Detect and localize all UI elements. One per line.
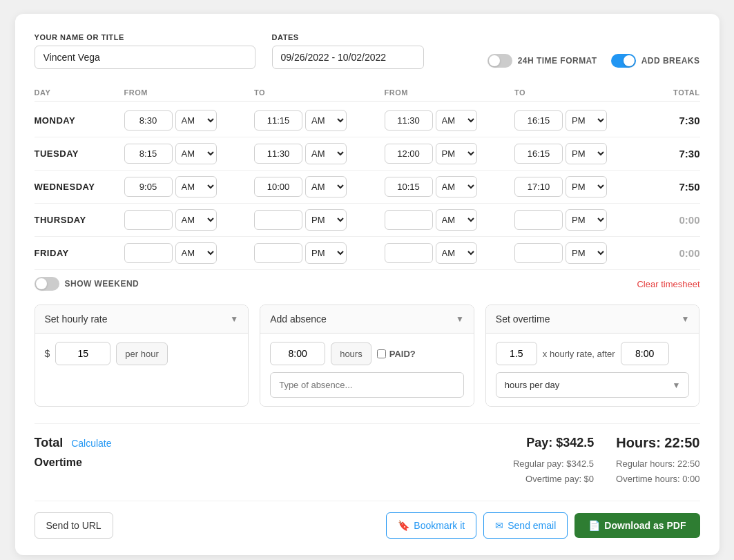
- breaks-toggle[interactable]: [611, 54, 636, 68]
- pay-details-col: Regular pay: $342.5 Overtime pay: $0: [513, 456, 594, 487]
- to2-input-4[interactable]: [514, 243, 563, 263]
- type-of-absence-input[interactable]: [270, 372, 464, 398]
- to2-input-3[interactable]: [514, 210, 563, 230]
- 24h-toggle[interactable]: [487, 54, 512, 68]
- download-pdf-button[interactable]: 📄 Download as PDF: [574, 513, 699, 538]
- absence-hours-input[interactable]: [270, 342, 325, 365]
- weekend-toggle-label: SHOW WEEKEND: [65, 279, 139, 289]
- weekend-toggle-group[interactable]: SHOW WEEKEND: [35, 277, 139, 291]
- pay-total: Pay: $342.5: [526, 436, 594, 450]
- absence-body: hours PAID?: [260, 334, 474, 406]
- to2-cell-1: AM PM: [514, 143, 645, 164]
- from2-input-0[interactable]: [385, 110, 433, 131]
- to2-cell-4: AM PM: [514, 242, 645, 264]
- ot-multiplier-input[interactable]: [496, 342, 537, 365]
- clear-timesheet-link[interactable]: Clear timesheet: [637, 279, 699, 289]
- send-url-button[interactable]: Send to URL: [35, 512, 113, 539]
- to2-input-2[interactable]: [514, 177, 563, 197]
- from1-input-4[interactable]: [124, 243, 173, 263]
- to2-ampm-4[interactable]: AM PM: [566, 242, 607, 264]
- footer-right: 🔖 Bookmark it ✉ Send email 📄 Download as…: [386, 512, 699, 539]
- to1-ampm-2[interactable]: AM PM: [305, 176, 347, 197]
- to1-cell-1: AM PM: [254, 143, 385, 164]
- absence-header[interactable]: Add absence ▼: [260, 305, 474, 334]
- total-label: Total: [35, 436, 64, 450]
- overtime-chevron-icon: ▼: [682, 314, 690, 324]
- to1-ampm-4[interactable]: AM PM: [305, 242, 347, 264]
- email-label: Send email: [508, 520, 556, 531]
- to1-ampm-0[interactable]: AM PM: [305, 110, 347, 131]
- dates-input[interactable]: [272, 46, 424, 69]
- from1-ampm-4[interactable]: AM PM: [175, 242, 217, 264]
- from1-cell-0: AM PM: [124, 110, 255, 131]
- to2-ampm-0[interactable]: AM PM: [566, 110, 607, 131]
- to2-input-0[interactable]: [514, 110, 563, 131]
- dates-field-group: DATES: [272, 33, 424, 69]
- table-row: TUESDAY AM PM AM PM AM PM: [35, 137, 700, 171]
- col-day: DAY: [35, 88, 124, 97]
- from2-input-2[interactable]: [385, 177, 433, 197]
- from2-input-4[interactable]: [385, 243, 433, 263]
- to1-input-0[interactable]: [254, 110, 302, 131]
- from2-ampm-1[interactable]: AM PM: [436, 143, 477, 164]
- hours-per-day-dropdown[interactable]: hours per day ▼: [496, 372, 690, 398]
- 24h-toggle-label: 24H TIME FORMAT: [518, 56, 597, 66]
- day-name-0: MONDAY: [35, 115, 124, 126]
- to1-ampm-3[interactable]: AM PM: [305, 209, 347, 231]
- from1-ampm-0[interactable]: AM PM: [175, 110, 217, 131]
- from2-ampm-2[interactable]: AM PM: [436, 176, 477, 197]
- from1-input-0[interactable]: [124, 110, 173, 131]
- to2-ampm-2[interactable]: AM PM: [566, 176, 607, 197]
- day-name-2: WEDNESDAY: [35, 182, 124, 192]
- to1-input-1[interactable]: [254, 144, 302, 164]
- paid-checkbox[interactable]: [377, 349, 386, 358]
- total-main-row: Total Calculate Pay: $342.5 Hours: 22:50: [35, 435, 700, 451]
- from2-ampm-4[interactable]: AM PM: [436, 242, 477, 264]
- timesheet-header: DAY FROM TO FROM TO TOTAL: [35, 88, 700, 102]
- hourly-rate-row: $ per hour: [45, 342, 239, 365]
- breaks-toggle-item[interactable]: ADD BREAKS: [611, 54, 700, 68]
- paid-check[interactable]: PAID?: [377, 349, 416, 359]
- bookmark-button[interactable]: 🔖 Bookmark it: [386, 512, 476, 539]
- to2-ampm-1[interactable]: AM PM: [566, 143, 607, 164]
- from2-input-1[interactable]: [385, 144, 433, 164]
- from1-cell-2: AM PM: [124, 176, 255, 197]
- from1-ampm-3[interactable]: AM PM: [175, 209, 217, 231]
- from2-ampm-0[interactable]: AM PM: [436, 110, 477, 131]
- absence-chevron-icon: ▼: [456, 314, 464, 324]
- paid-label: PAID?: [389, 349, 416, 359]
- to1-input-3[interactable]: [254, 210, 302, 230]
- to2-input-1[interactable]: [514, 144, 563, 164]
- bookmark-icon: 🔖: [398, 520, 409, 531]
- send-email-button[interactable]: ✉ Send email: [483, 512, 568, 539]
- dates-label: DATES: [272, 33, 424, 41]
- to2-ampm-3[interactable]: AM PM: [566, 209, 607, 231]
- day-name-1: TUESDAY: [35, 148, 124, 159]
- from1-ampm-2[interactable]: AM PM: [175, 176, 217, 197]
- overtime-totals-section: Overtime Regular pay: $342.5 Overtime pa…: [35, 456, 700, 487]
- hourly-rate-panel: Set hourly rate ▼ $ per hour: [35, 305, 249, 407]
- email-icon: ✉: [495, 520, 503, 531]
- calculate-link[interactable]: Calculate: [71, 438, 111, 449]
- from1-ampm-1[interactable]: AM PM: [175, 143, 217, 164]
- overtime-header[interactable]: Set overtime ▼: [486, 305, 699, 334]
- from2-input-3[interactable]: [385, 210, 433, 230]
- name-input[interactable]: [35, 46, 255, 69]
- rate-input[interactable]: [55, 342, 110, 365]
- overtime-rate-row: x hourly rate, after: [496, 342, 690, 365]
- ot-after-input[interactable]: [621, 342, 669, 365]
- from1-input-3[interactable]: [124, 210, 173, 230]
- to1-input-4[interactable]: [254, 243, 302, 263]
- from2-ampm-3[interactable]: AM PM: [436, 209, 477, 231]
- weekend-toggle[interactable]: [35, 277, 59, 291]
- from1-input-2[interactable]: [124, 177, 173, 197]
- to1-ampm-1[interactable]: AM PM: [305, 143, 347, 164]
- absence-label: Add absence: [270, 313, 327, 325]
- to1-input-2[interactable]: [254, 177, 302, 197]
- from2-cell-2: AM PM: [385, 176, 515, 197]
- total-val-2: 7:50: [645, 181, 700, 193]
- from1-input-1[interactable]: [124, 144, 173, 164]
- 24h-toggle-item[interactable]: 24H TIME FORMAT: [487, 54, 597, 68]
- hourly-rate-header[interactable]: Set hourly rate ▼: [35, 305, 249, 334]
- col-total: TOTAL: [645, 88, 700, 97]
